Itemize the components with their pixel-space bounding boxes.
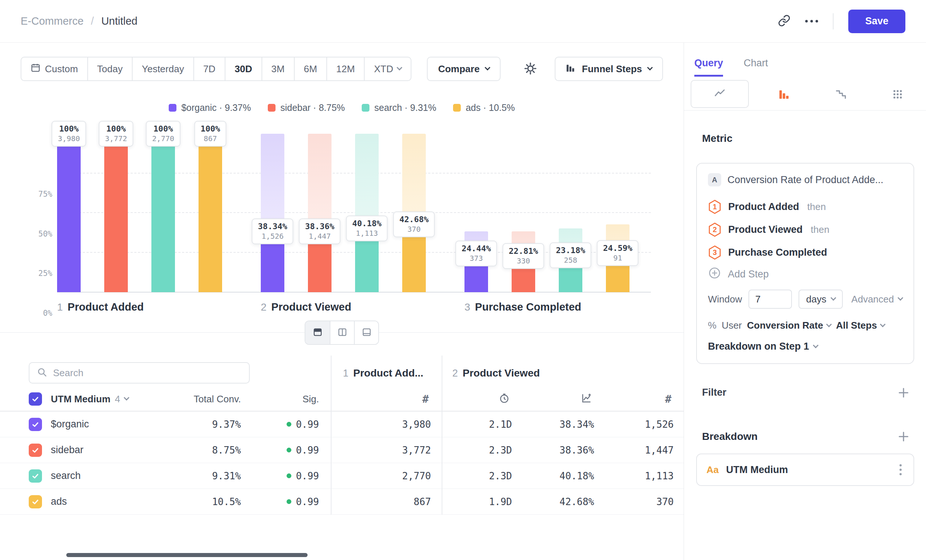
funnel-bar[interactable]: 23.18% 258: [559, 134, 583, 292]
row-checkbox[interactable]: [29, 418, 42, 431]
table-search[interactable]: [29, 362, 250, 383]
row-checkbox[interactable]: [29, 495, 42, 509]
tab-query[interactable]: Query: [694, 58, 723, 77]
chevron-down-icon: [647, 65, 653, 71]
range-3m[interactable]: 3M: [262, 58, 294, 80]
grid-chart-tab[interactable]: [869, 80, 926, 110]
sidebar-tabs: Query Chart: [684, 43, 926, 77]
metric-badge: A: [708, 173, 721, 186]
step-number-hexagon: 1: [708, 199, 722, 215]
funnel-bar[interactable]: 100% 2,770: [151, 134, 175, 292]
legend-item[interactable]: sidebar · 8.75%: [268, 103, 345, 113]
row-total-conv: 9.37%: [167, 419, 241, 430]
kebab-menu-icon[interactable]: [897, 462, 904, 477]
range-yesterday[interactable]: Yesterday: [132, 58, 194, 80]
compare-button[interactable]: Compare: [427, 57, 501, 81]
funnel-chart-tab[interactable]: [755, 80, 812, 110]
row-checkbox[interactable]: [29, 443, 42, 457]
legend-item[interactable]: search · 9.31%: [362, 103, 436, 113]
breadcrumb-project[interactable]: E-Commerce: [21, 15, 83, 27]
breakdown-item[interactable]: Aa UTM Medium: [696, 454, 914, 486]
funnel-bar[interactable]: 24.44% 373: [465, 134, 488, 292]
retention-chart-tab[interactable]: [813, 80, 869, 110]
measure-actor[interactable]: User: [722, 320, 742, 331]
save-button[interactable]: Save: [848, 9, 905, 33]
conv-rate-column[interactable]: [512, 393, 594, 405]
row-sig: 0.99: [241, 471, 319, 481]
group-by-header[interactable]: UTM Medium 4: [51, 394, 167, 405]
share-link-button[interactable]: [778, 14, 790, 28]
total-conv-header[interactable]: Total Conv.: [167, 394, 241, 405]
range-30d[interactable]: 30D: [225, 58, 262, 80]
window-value-input[interactable]: [749, 289, 792, 309]
row-step1-count: 867: [331, 496, 431, 507]
breadcrumb-report-name[interactable]: Untitled: [101, 15, 138, 27]
legend-swatch: [453, 104, 461, 112]
metric-card: A Conversion Rate of Product Adde... 1 P…: [696, 163, 914, 364]
avg-time-column[interactable]: [442, 393, 512, 405]
funnel-bar[interactable]: 100% 867: [198, 134, 222, 292]
funnel-bar[interactable]: 100% 3,772: [104, 134, 128, 292]
funnel-step-item-2[interactable]: 2 Product Viewed then: [708, 218, 902, 241]
table-row[interactable]: $organic 9.37% 0.99 3,980 2.1D 38.34% 1,…: [0, 412, 684, 437]
funnel-bar[interactable]: 38.34% 1,526: [261, 134, 284, 292]
row-name: sidebar: [51, 444, 167, 456]
funnel-steps-view-button[interactable]: Funnel Steps: [555, 57, 663, 81]
table-row[interactable]: ads 10.5% 0.99 867 1.9D 42.68% 370: [0, 489, 684, 515]
breakdown-table: 1 Product Add... 2 Product Viewed: [0, 333, 684, 515]
table-row[interactable]: sidebar 8.75% 0.99 3,772 2.3D 38.36% 1,4…: [0, 437, 684, 463]
metric-title-row[interactable]: A Conversion Rate of Product Adde...: [708, 173, 902, 186]
chevron-down-icon: [485, 65, 491, 71]
breakdown-on-step-select[interactable]: Breakdown on Step 1: [708, 341, 902, 352]
measure-metric-select[interactable]: Conversion Rate: [747, 320, 831, 331]
tab-chart[interactable]: Chart: [744, 58, 768, 75]
window-unit-select[interactable]: days: [799, 289, 843, 309]
search-input[interactable]: [53, 367, 242, 379]
more-menu-button[interactable]: [805, 20, 818, 23]
funnel-bar[interactable]: 42.68% 370: [402, 134, 426, 292]
insights-chart-tab[interactable]: [691, 80, 749, 108]
chevron-down-icon: [880, 321, 886, 327]
gear-icon: [524, 62, 537, 76]
legend-item[interactable]: $organic · 9.37%: [169, 103, 251, 113]
add-breakdown-button[interactable]: [898, 431, 909, 442]
chevron-down-icon: [826, 321, 832, 327]
row-avg-time: 2.3D: [442, 471, 512, 481]
top-header: E-Commerce / Untitled Save: [0, 0, 926, 43]
add-filter-button[interactable]: [898, 387, 909, 398]
table-row[interactable]: search 9.31% 0.99 2,770 2.3D 40.18% 1,11…: [0, 463, 684, 489]
step1-count-column[interactable]: #: [331, 393, 431, 405]
y-tick: 75%: [38, 190, 52, 198]
advanced-toggle[interactable]: Advanced: [851, 294, 902, 305]
funnel-step-item-1[interactable]: 1 Product Added then: [708, 195, 902, 218]
funnel-steps-label: Funnel Steps: [582, 64, 642, 75]
row-avg-time: 2.1D: [442, 419, 512, 430]
legend-item[interactable]: ads · 10.5%: [453, 103, 514, 113]
funnel-bar[interactable]: 38.36% 1,447: [308, 134, 331, 292]
select-all-checkbox[interactable]: [29, 392, 42, 406]
sig-header[interactable]: Sig.: [241, 394, 319, 405]
chart-settings-button[interactable]: [524, 62, 537, 76]
range-custom-label: Custom: [45, 64, 78, 75]
row-checkbox[interactable]: [29, 469, 42, 483]
funnel-bar[interactable]: 24.59% 91: [606, 134, 629, 292]
row-step1-count: 3,980: [331, 419, 431, 430]
step-number-hexagon: 2: [708, 222, 722, 237]
funnel-step-item-3[interactable]: 3 Purchase Completed: [708, 241, 902, 264]
add-step-button[interactable]: Add Step: [708, 264, 902, 285]
measure-scope-select[interactable]: All Steps: [836, 320, 885, 331]
range-7d[interactable]: 7D: [194, 58, 225, 80]
funnel-bar[interactable]: 100% 3,980: [57, 134, 81, 292]
funnel-chart: 75% 50% 25% 0%: [0, 134, 684, 313]
ellipsis-icon: [805, 20, 818, 23]
table-header-row: UTM Medium 4 Total Conv. Sig. #: [0, 387, 684, 412]
funnel-bar[interactable]: 40.18% 1,113: [355, 134, 379, 292]
step2-count-column[interactable]: #: [594, 393, 674, 405]
range-today[interactable]: Today: [87, 58, 132, 80]
funnel-bar[interactable]: 22.81% 330: [511, 134, 535, 292]
range-6m[interactable]: 6M: [294, 58, 326, 80]
range-xtd[interactable]: XTD: [364, 58, 411, 80]
range-12m[interactable]: 12M: [326, 58, 364, 80]
range-custom[interactable]: Custom: [21, 58, 87, 80]
horizontal-scrollbar[interactable]: [66, 553, 307, 557]
